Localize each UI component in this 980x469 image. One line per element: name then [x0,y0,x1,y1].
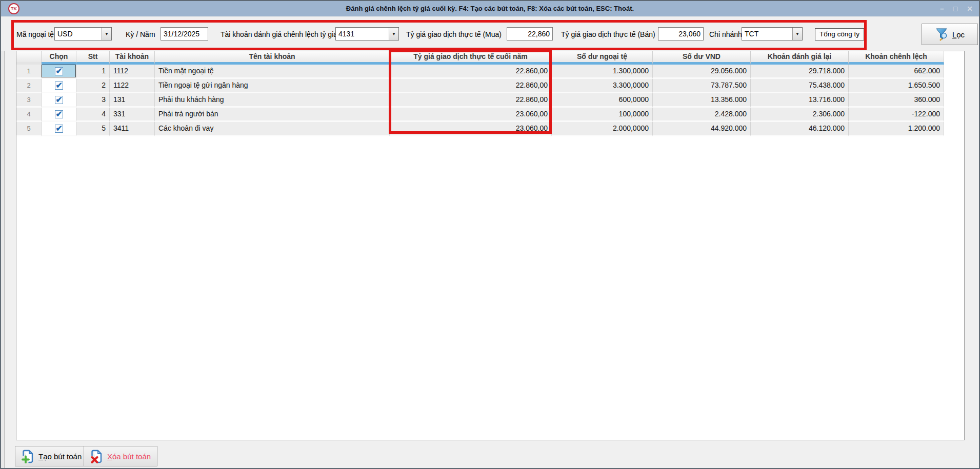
grid-cell-account[interactable]: 3411 [110,122,155,136]
window-controls: – □ ✕ [940,1,973,16]
grid-cell-stt[interactable]: 2 [76,79,110,93]
filter-button[interactable]: Lọc [922,24,978,45]
grid-cell-stt[interactable]: 3 [76,93,110,108]
table-row: 3✔3131Phải thu khách hàng22.860,00600,00… [16,93,964,108]
buy-rate-label: Tỷ giá giao dịch thực tế (Mua) [406,29,502,40]
grid-cell-name[interactable]: Tiền ngoại tệ gửi ngân hàng [155,79,390,93]
grid-cell-account[interactable]: 1112 [110,65,155,79]
table-row: 1✔11112Tiền mặt ngoại tệ22.860,001.300,0… [16,65,964,79]
chevron-down-icon[interactable]: ▼ [389,28,398,40]
grid-cell-revalued[interactable]: 29.718.000 [751,65,849,79]
grid-cell-vnd_balance[interactable]: 2.428.000 [653,108,751,122]
grid-cell-stt[interactable]: 1 [76,65,110,79]
grid-header-revalued: Khoản đánh giá lại [751,51,849,65]
checkbox-checked-icon[interactable]: ✔ [55,125,63,133]
grid-cell-rate[interactable]: 22.860,00 [390,65,552,79]
grid-cell-name[interactable]: Phải thu khách hàng [155,93,390,108]
account-combobox[interactable]: 4131 ▼ [335,27,399,40]
grid-cell-difference[interactable]: 1.650.500 [849,79,944,93]
delete-entries-label: Xóa bút toán [107,452,151,461]
grid-cell-difference[interactable]: 360.000 [849,93,944,108]
delete-entries-button[interactable]: Xóa bút toán [84,446,157,466]
period-input[interactable] [161,27,208,40]
checkmark-icon: ✔ [56,65,63,77]
grid-cell-account[interactable]: 331 [110,108,155,122]
table-row: 5✔53411Các khoản đi vay23.060,002.000,00… [16,122,964,136]
grid-cell-difference[interactable]: 662.000 [849,65,944,79]
grid-cell-account[interactable]: 1122 [110,79,155,93]
grid-cell-vnd_balance[interactable]: 44.920.000 [653,122,751,136]
grid-cell-difference[interactable]: 1.200.000 [849,122,944,136]
grid-cell-fc_balance[interactable]: 2.000,0000 [552,122,653,136]
grid-cell-revalued[interactable]: 75.438.000 [751,79,849,93]
window-title: Đánh giá chênh lệch tỷ giá cuối kỳ. F4: … [1,1,979,16]
table-row: 2✔21122Tiền ngoại tệ gửi ngân hàng22.860… [16,79,964,93]
period-label: Kỳ / Năm [126,29,155,40]
filter-toolbar: Mã ngoại tệ USD ▼ Kỳ / Năm Tài khoản đán… [1,16,979,51]
grid-cell-row_number[interactable]: 2 [16,79,42,93]
checkbox-checked-icon[interactable]: ✔ [55,110,63,118]
sell-rate-input[interactable] [658,27,704,40]
grid-cell-row_number[interactable]: 5 [16,122,42,136]
checkbox-checked-icon[interactable]: ✔ [55,96,63,104]
checkbox-checked-icon[interactable]: ✔ [55,67,63,75]
grid-cell-row_number[interactable]: 1 [16,65,42,79]
grid-cell-revalued[interactable]: 13.716.000 [751,93,849,108]
grid-cell-fc_balance[interactable]: 3.300,0000 [552,79,653,93]
grid-cell-rate[interactable]: 22.860,00 [390,93,552,108]
grid-cell-row_number[interactable]: 4 [16,108,42,122]
grid-cell-vnd_balance[interactable]: 13.356.000 [653,93,751,108]
grid-cell-fc_balance[interactable]: 1.300,0000 [552,65,653,79]
grid-cell-row_number[interactable]: 3 [16,93,42,108]
grid-cell-filler [944,108,964,122]
row-checkbox-cell[interactable]: ✔ [42,79,76,93]
chevron-down-icon[interactable]: ▼ [792,28,802,40]
currency-combobox[interactable]: USD ▼ [54,27,112,40]
maximize-icon[interactable]: □ [953,1,957,16]
grid-cell-rate[interactable]: 22.860,00 [390,79,552,93]
minimize-icon[interactable]: – [940,1,944,16]
grid-cell-name[interactable]: Các khoản đi vay [155,122,390,136]
grid-header-account: Tài khoản [110,51,155,65]
filter-button-label: Lọc [952,30,965,39]
grid-header-row: ChọnSttTài khoảnTên tài khoảnTỷ giá giao… [16,51,964,65]
checkbox-checked-icon[interactable]: ✔ [55,81,63,90]
grid-header-row_number [16,51,42,65]
create-entries-label: Tạo bút toán [38,452,82,461]
row-checkbox-cell[interactable]: ✔ [42,108,76,122]
account-value: 4131 [336,28,389,40]
grid-cell-filler [944,79,964,93]
branch-combobox[interactable]: TCT ▼ [742,27,803,40]
table-row: 4✔4331Phải trả người bán23.060,00100,000… [16,108,964,122]
grid-cell-vnd_balance[interactable]: 29.056.000 [653,65,751,79]
grid-cell-filler [944,122,964,136]
row-checkbox-cell[interactable]: ✔ [42,93,76,108]
row-checkbox-cell[interactable]: ✔ [42,65,76,79]
revaluation-grid: ChọnSttTài khoảnTên tài khoảnTỷ giá giao… [16,51,965,440]
grid-cell-account[interactable]: 131 [110,93,155,108]
grid-cell-name[interactable]: Tiền mặt ngoại tệ [155,65,390,79]
create-entries-button[interactable]: Tạo bút toán [15,446,88,466]
grid-header-name: Tên tài khoản [155,51,390,65]
grid-cell-rate[interactable]: 23.060,00 [390,122,552,136]
grid-cell-rate[interactable]: 23.060,00 [390,108,552,122]
grid-cell-stt[interactable]: 4 [76,108,110,122]
row-checkbox-cell[interactable]: ✔ [42,122,76,136]
grid-cell-name[interactable]: Phải trả người bán [155,108,390,122]
grid-header-checked: Chọn [42,51,76,65]
grid-header-stt: Stt [76,51,110,65]
grid-cell-difference[interactable]: -122.000 [849,108,944,122]
grid-cell-revalued[interactable]: 46.120.000 [751,122,849,136]
whole-company-button[interactable]: Tổng công ty [815,28,864,40]
grid-cell-fc_balance[interactable]: 100,0000 [552,108,653,122]
grid-cell-stt[interactable]: 5 [76,122,110,136]
chevron-down-icon[interactable]: ▼ [102,28,111,40]
grid-header-difference: Khoản chênh lệch [849,51,944,65]
buy-rate-input[interactable] [507,27,553,40]
close-icon[interactable]: ✕ [967,1,973,16]
checkmark-icon: ✔ [56,108,63,120]
grid-cell-fc_balance[interactable]: 600,0000 [552,93,653,108]
grid-header-rate: Tỷ giá giao dịch thực tế cuối năm [390,51,552,65]
grid-cell-revalued[interactable]: 2.306.000 [751,108,849,122]
grid-cell-vnd_balance[interactable]: 73.787.500 [653,79,751,93]
